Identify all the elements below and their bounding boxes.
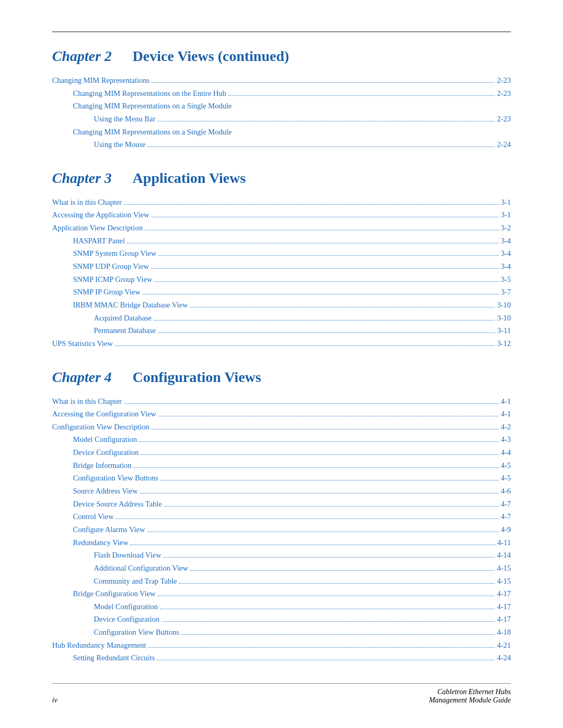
toc-page-number: 4-9 [501, 523, 511, 536]
toc-entry: SNMP UDP Group View3-4 [52, 260, 511, 273]
toc-entry-text: Permanent Database [94, 324, 156, 337]
toc-page-number: 3-7 [501, 286, 511, 299]
toc-page-number: 4-17 [497, 587, 511, 600]
toc-entry: Configure Alarms View4-9 [52, 523, 511, 536]
chapter3-title: Application Views [132, 170, 246, 187]
toc-entry: Configuration View Buttons4-5 [52, 472, 511, 485]
toc-entry: Community and Trap Table4-15 [52, 575, 511, 588]
toc-dots [145, 230, 499, 230]
toc-page-number: 3-1 [501, 196, 511, 209]
toc-entry-text: What is in this Chapter [52, 395, 122, 408]
toc-entry: Model Configuration4-3 [52, 433, 511, 446]
toc-entry: Hub Redundancy Management4-21 [52, 639, 511, 652]
toc-dots [157, 121, 495, 121]
toc-entry-text: SNMP IP Group View [73, 286, 141, 299]
toc-dots [139, 441, 499, 442]
toc-page-number: 3-4 [501, 235, 511, 248]
toc-page-number: 3-10 [497, 299, 511, 312]
toc-entry-text: Flash Download View [94, 549, 161, 562]
toc-page-number: 3-1 [501, 208, 511, 221]
toc-dots [152, 82, 495, 83]
chapter3-heading: Chapter 3 Application Views [52, 170, 511, 187]
toc-entry-text: Device Configuration [73, 446, 139, 459]
toc-entry: IRBM MMAC Bridge Database View3-10 [52, 299, 511, 312]
toc-entry-text: Configuration View Buttons [94, 626, 179, 639]
toc-entry: Accessing the Application View3-1 [52, 208, 511, 221]
toc-entry: Application View Description3-2 [52, 221, 511, 235]
toc-page-number: 2-23 [497, 113, 511, 126]
page: Chapter 2 Device Views (continued) Chang… [0, 0, 563, 728]
toc-entry-text: Model Configuration [94, 600, 158, 613]
toc-entry-text: What is in this Chapter [52, 196, 122, 209]
chapter4-section: Chapter 4 Configuration Views What is in… [52, 369, 511, 664]
toc-page-number: 4-17 [497, 600, 511, 613]
toc-entry-text: Configure Alarms View [73, 523, 145, 536]
chapter2-entries: Changing MIM Representations2-23Changing… [52, 74, 511, 151]
toc-entry: Device Configuration4-4 [52, 446, 511, 459]
chapter3-section: Chapter 3 Application Views What is in t… [52, 170, 511, 350]
toc-dots [228, 95, 495, 96]
toc-dots [133, 467, 498, 468]
toc-dots [179, 583, 495, 584]
toc-entry: SNMP IP Group View3-7 [52, 286, 511, 299]
toc-dots [148, 146, 495, 147]
chapter4-label: Chapter 4 [52, 369, 112, 386]
toc-page-number: 4-14 [497, 549, 511, 562]
toc-page-number: 2-23 [497, 74, 511, 87]
book-title: Cabletron Ethernet Hubs Management Modul… [429, 688, 511, 705]
chapter3-entries: What is in this Chapter3-1Accessing the … [52, 196, 511, 350]
toc-entry: What is in this Chapter3-1 [52, 196, 511, 209]
top-rule [52, 31, 511, 32]
toc-page-number: 4-15 [497, 575, 511, 588]
toc-entry-text: Device Source Address Table [73, 498, 162, 511]
toc-dots [143, 294, 499, 294]
toc-dots [147, 532, 498, 532]
toc-entry: Changing MIM Representations2-23 [52, 74, 511, 87]
toc-page-number: 3-4 [501, 247, 511, 260]
toc-entry: Bridge Information4-5 [52, 459, 511, 472]
toc-entry-text: Additional Configuration View [94, 562, 188, 575]
toc-entry: Bridge Configuration View4-17 [52, 587, 511, 600]
toc-page-number: 4-1 [501, 395, 511, 408]
toc-page-number: 4-6 [501, 485, 511, 498]
toc-entry-text: Using the Menu Bar [94, 113, 155, 126]
toc-page-number: 4-2 [501, 421, 511, 434]
toc-entry-text: Hub Redundancy Management [52, 639, 146, 652]
toc-entry: Configuration View Buttons4-18 [52, 626, 511, 639]
toc-entry-text: Configuration View Description [52, 421, 150, 434]
toc-entry: Device Configuration4-17 [52, 613, 511, 626]
toc-entry-text: Accessing the Configuration View [52, 408, 156, 421]
toc-dots [154, 281, 499, 282]
toc-entry: Flash Download View4-14 [52, 549, 511, 562]
toc-page-number: 4-24 [497, 651, 511, 664]
footer: iv Cabletron Ethernet Hubs Management Mo… [52, 688, 511, 705]
toc-entry-text: Setting Redundant Circuits [73, 651, 155, 664]
toc-entry-text: Changing MIM Representations on a Single… [73, 126, 231, 139]
toc-entry: Redundancy View4-11 [52, 536, 511, 549]
toc-entry-text: Changing MIM Representations on the Enti… [73, 87, 226, 100]
page-number: iv [52, 696, 57, 705]
toc-entry-text: Community and Trap Table [94, 575, 177, 588]
toc-dots [190, 570, 495, 571]
toc-entry-text: Device Configuration [94, 613, 160, 626]
toc-entry-text: Changing MIM Representations [52, 74, 150, 87]
toc-entry: Source Address View4-6 [52, 485, 511, 498]
toc-entry: Using the Mouse2-24 [52, 138, 511, 151]
toc-entry-text: SNMP UDP Group View [73, 260, 149, 273]
toc-page-number: 4-5 [501, 472, 511, 485]
toc-dots [158, 332, 495, 333]
toc-page-number: 4-17 [497, 613, 511, 626]
toc-entry: Changing MIM Representations on a Single… [52, 126, 511, 139]
toc-entry: Model Configuration4-17 [52, 600, 511, 613]
chapter2-section: Chapter 2 Device Views (continued) Chang… [52, 48, 511, 151]
toc-dots [154, 320, 495, 320]
toc-dots [158, 255, 499, 256]
toc-entry: Acquired Database3-10 [52, 312, 511, 325]
toc-page-number: 4-18 [497, 626, 511, 639]
toc-entry-text: SNMP System Group View [73, 247, 156, 260]
toc-entry: SNMP ICMP Group View3-5 [52, 273, 511, 286]
toc-page-number: 4-5 [501, 459, 511, 472]
bottom-rule [52, 683, 511, 684]
chapter4-heading: Chapter 4 Configuration Views [52, 369, 511, 386]
toc-dots [164, 506, 499, 507]
